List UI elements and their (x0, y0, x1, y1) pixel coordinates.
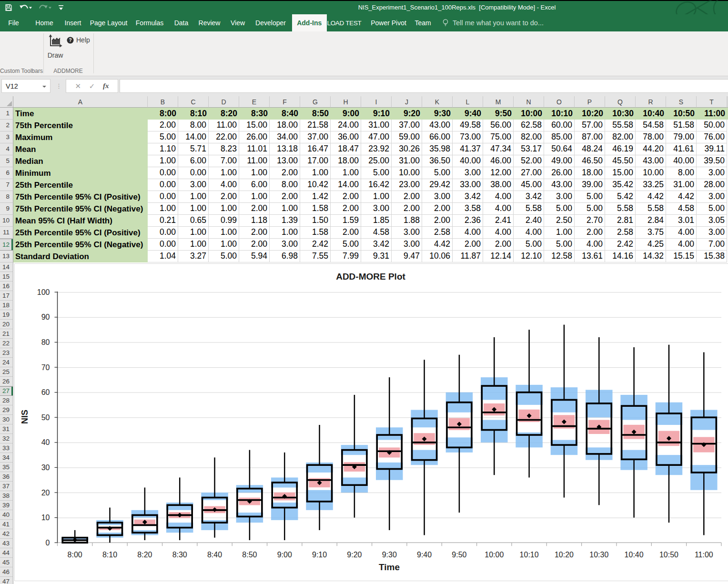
data-cell[interactable]: 1.00 (209, 203, 239, 215)
row-header-12[interactable]: 12 (0, 239, 13, 251)
data-cell[interactable]: 2.84 (636, 215, 666, 227)
data-cell[interactable]: 37.00 (300, 131, 331, 143)
column-header-S[interactable]: S (666, 96, 697, 108)
data-cell[interactable]: 1.00 (148, 155, 178, 167)
column-header-T[interactable]: T (697, 96, 727, 108)
data-cell[interactable]: 3.75 (636, 227, 666, 239)
data-cell[interactable]: 1.10 (148, 143, 178, 155)
data-cell[interactable]: 33.25 (636, 179, 666, 191)
data-cell[interactable]: 4.42 (636, 191, 666, 203)
data-cell[interactable]: 4.42 (422, 239, 453, 251)
data-cell[interactable]: 53.17 (514, 143, 544, 155)
help-button[interactable]: ? Help (67, 35, 90, 45)
data-cell[interactable]: 12.00 (483, 167, 514, 179)
data-cell[interactable]: 4.00 (666, 239, 697, 251)
data-cell[interactable]: 2.00 (239, 239, 270, 251)
data-cell[interactable]: 2.00 (270, 167, 300, 179)
row-header-39[interactable]: 39 (0, 501, 13, 510)
cell-time-9:50[interactable]: 9:50 (483, 108, 514, 120)
row-header-32[interactable]: 32 (0, 434, 13, 443)
data-cell[interactable]: 33.00 (453, 179, 483, 191)
data-cell[interactable]: 23.92 (361, 143, 392, 155)
data-cell[interactable]: 7.55 (300, 251, 331, 262)
data-cell[interactable]: 5.00 (331, 239, 361, 251)
cell-time-10:10[interactable]: 10:10 (544, 108, 575, 120)
data-cell[interactable]: 5.00 (575, 191, 605, 203)
row-header-13[interactable]: 13 (0, 251, 13, 262)
data-cell[interactable]: 1.00 (178, 191, 209, 203)
data-cell[interactable]: 3.00 (697, 167, 727, 179)
data-cell[interactable]: 2.00 (453, 239, 483, 251)
data-cell[interactable]: 5.58 (514, 203, 544, 215)
data-cell[interactable]: 54.58 (636, 120, 666, 131)
data-cell[interactable]: 3.42 (453, 191, 483, 203)
row-header-5[interactable]: 5 (0, 155, 13, 167)
cell-time-10:30[interactable]: 10:30 (605, 108, 636, 120)
column-header-K[interactable]: K (422, 96, 453, 108)
row-header-21[interactable]: 21 (0, 329, 13, 339)
row-header-41[interactable]: 41 (0, 520, 13, 529)
data-cell[interactable]: 3.00 (178, 179, 209, 191)
data-cell[interactable]: 1.00 (361, 191, 392, 203)
row-header-43[interactable]: 43 (0, 539, 13, 548)
data-cell[interactable]: 66.00 (422, 131, 453, 143)
data-cell[interactable]: 2.70 (575, 215, 605, 227)
data-cell[interactable]: 76.00 (697, 131, 727, 143)
data-cell[interactable]: 15.00 (605, 167, 636, 179)
row-header-18[interactable]: 18 (0, 301, 13, 310)
data-cell[interactable]: 62.58 (514, 120, 544, 131)
column-header-I[interactable]: I (361, 96, 392, 108)
data-cell[interactable]: 48.24 (575, 143, 605, 155)
data-cell[interactable]: 0.99 (209, 215, 239, 227)
data-cell[interactable]: 1.59 (331, 215, 361, 227)
row-header-6[interactable]: 6 (0, 167, 13, 179)
data-cell[interactable]: 43.00 (422, 120, 453, 131)
data-cell[interactable]: 4.58 (666, 203, 697, 215)
data-cell[interactable]: 5.00 (422, 167, 453, 179)
data-cell[interactable]: 1.85 (361, 215, 392, 227)
data-cell[interactable]: 24.00 (331, 120, 361, 131)
row-header-26[interactable]: 26 (0, 377, 13, 386)
data-cell[interactable]: 2.00 (392, 191, 422, 203)
data-cell[interactable]: 1.00 (270, 227, 300, 239)
data-cell[interactable]: 10.00 (392, 167, 422, 179)
cancel-icon[interactable]: ✕ (75, 82, 81, 91)
data-cell[interactable]: 5.94 (239, 251, 270, 262)
data-cell[interactable]: 23.00 (392, 179, 422, 191)
data-cell[interactable]: 1.00 (544, 227, 575, 239)
data-cell[interactable]: 1.42 (300, 191, 331, 203)
cell-time-8:40[interactable]: 8:40 (270, 108, 300, 120)
data-cell[interactable]: 3.00 (270, 239, 300, 251)
data-cell[interactable]: 4.00 (483, 191, 514, 203)
data-cell[interactable]: 1.00 (239, 167, 270, 179)
tab-file[interactable]: File (3, 14, 24, 31)
data-cell[interactable]: 2.00 (239, 203, 270, 215)
tab-load-test[interactable]: LOAD TEST (322, 14, 366, 31)
tab-view[interactable]: View (226, 14, 250, 31)
name-box-dropdown-icon[interactable] (42, 86, 46, 88)
row-label-cell[interactable]: 25th Percentile (13, 179, 148, 191)
row-header-19[interactable]: 19 (0, 310, 13, 320)
data-cell[interactable]: 1.58 (300, 203, 331, 215)
data-cell[interactable]: 55.58 (605, 120, 636, 131)
data-cell[interactable]: 2.58 (422, 227, 453, 239)
data-cell[interactable]: 44.20 (636, 143, 666, 155)
data-cell[interactable]: 6.00 (239, 179, 270, 191)
data-cell[interactable]: 11.00 (239, 155, 270, 167)
data-cell[interactable]: 5.42 (605, 191, 636, 203)
row-header-9[interactable]: 9 (0, 203, 13, 215)
enter-icon[interactable]: ✓ (89, 82, 95, 91)
select-all-corner[interactable] (0, 96, 13, 108)
data-cell[interactable]: 18.47 (331, 143, 361, 155)
row-header-27[interactable]: 27 (0, 386, 13, 396)
data-cell[interactable]: 1.00 (209, 239, 239, 251)
data-cell[interactable]: 34.00 (270, 131, 300, 143)
data-cell[interactable]: 2.00 (209, 191, 239, 203)
data-cell[interactable]: 0.65 (178, 215, 209, 227)
data-cell[interactable]: 2.00 (483, 239, 514, 251)
row-header-45[interactable]: 45 (0, 558, 13, 567)
data-cell[interactable]: 1.00 (178, 239, 209, 251)
data-cell[interactable]: 0.00 (148, 167, 178, 179)
data-cell[interactable]: 5.58 (636, 203, 666, 215)
data-cell[interactable]: 82.00 (514, 131, 544, 143)
